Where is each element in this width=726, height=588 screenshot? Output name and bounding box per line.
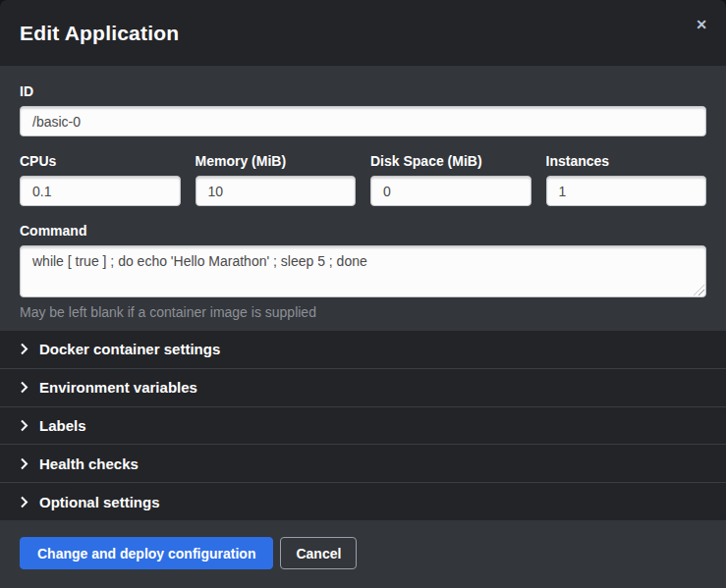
modal-title: Edit Application — [20, 22, 179, 45]
disk-space-label: Disk Space (MiB) — [370, 153, 531, 169]
id-input[interactable] — [20, 106, 706, 136]
modal-footer: Change and deploy configuration Cancel — [0, 520, 726, 588]
memory-label: Memory (MiB) — [195, 153, 357, 169]
section-labels[interactable]: Labels — [0, 406, 726, 445]
disk-space-field-group: Disk Space (MiB) — [370, 153, 531, 206]
instances-label: Instances — [546, 153, 707, 169]
command-label: Command — [20, 223, 706, 239]
cpus-field-group: CPUs — [20, 153, 181, 206]
id-label: ID — [20, 83, 706, 99]
section-optional-settings[interactable]: Optional settings — [0, 482, 726, 520]
disk-space-input[interactable] — [370, 176, 531, 206]
chevron-right-icon — [20, 419, 28, 432]
cpus-input[interactable] — [20, 176, 181, 206]
chevron-right-icon — [20, 457, 28, 470]
command-textarea-wrap: while [ true ] ; do echo 'Hello Marathon… — [20, 245, 706, 297]
cpus-label: CPUs — [20, 153, 181, 169]
instances-field-group: Instances — [546, 153, 707, 206]
close-icon: ✕ — [696, 17, 707, 32]
modal-body: ID CPUs Memory (MiB) Disk Space (MiB) In… — [0, 66, 726, 331]
section-health-checks[interactable]: Health checks — [0, 444, 726, 482]
change-and-deploy-button[interactable]: Change and deploy configuration — [20, 537, 273, 569]
memory-field-group: Memory (MiB) — [195, 153, 357, 206]
edit-application-modal: Edit Application ✕ ID CPUs Memory (MiB) … — [0, 0, 726, 588]
cancel-button[interactable]: Cancel — [280, 537, 357, 569]
section-label: Health checks — [39, 455, 139, 472]
command-field-group: Command while [ true ] ; do echo 'Hello … — [20, 223, 706, 320]
memory-input[interactable] — [195, 176, 357, 206]
chevron-right-icon — [20, 343, 28, 355]
section-environment-variables[interactable]: Environment variables — [0, 368, 726, 406]
command-help-text: May be left blank if a container image i… — [20, 304, 706, 320]
collapsible-sections: Docker container settings Environment va… — [0, 331, 726, 520]
instances-input[interactable] — [546, 176, 707, 206]
modal-header: Edit Application ✕ — [0, 0, 726, 66]
close-button[interactable]: ✕ — [690, 13, 713, 36]
section-docker-container-settings[interactable]: Docker container settings — [0, 331, 726, 368]
section-label: Optional settings — [39, 494, 160, 510]
id-field-group: ID — [20, 83, 706, 136]
chevron-right-icon — [20, 381, 28, 394]
resources-row: CPUs Memory (MiB) Disk Space (MiB) Insta… — [20, 153, 706, 206]
section-label: Labels — [39, 417, 86, 434]
section-label: Environment variables — [39, 379, 197, 396]
section-label: Docker container settings — [39, 341, 220, 357]
command-textarea[interactable]: while [ true ] ; do echo 'Hello Marathon… — [20, 245, 706, 297]
chevron-right-icon — [20, 496, 28, 508]
